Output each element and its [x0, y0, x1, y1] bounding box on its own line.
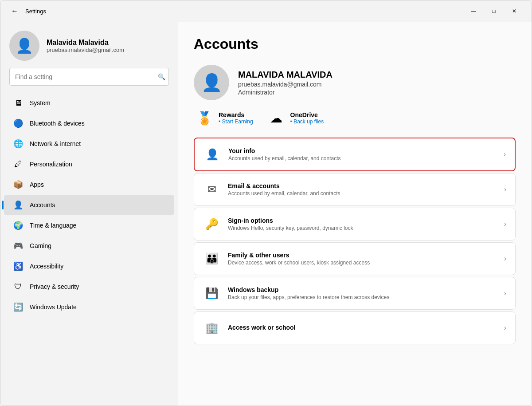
family-users-desc: Device access, work or school users, kio… — [228, 260, 504, 266]
settings-item-access-work-school[interactable]: 🏢Access work or school› — [194, 311, 516, 344]
user-email: pruebas.malavida@gmail.com — [47, 47, 124, 53]
avatar: 👤 — [9, 31, 39, 61]
sidebar: 👤 Malavida Malavida pruebas.malavida@gma… — [0, 22, 178, 406]
page-title: Accounts — [194, 36, 516, 52]
windows-backup-icon: 💾 — [203, 284, 221, 302]
sidebar-item-label-system: System — [30, 99, 51, 106]
access-work-school-title: Access work or school — [228, 324, 504, 331]
minimize-button[interactable]: — — [463, 4, 484, 18]
rewards-title: Rewards — [219, 111, 253, 118]
sidebar-item-gaming[interactable]: 🎮Gaming — [4, 236, 174, 256]
sidebar-item-accessibility[interactable]: ♿Accessibility — [4, 256, 174, 276]
search-box: 🔍 — [9, 68, 169, 86]
sidebar-item-label-personalization: Personalization — [30, 161, 72, 168]
close-button[interactable]: ✕ — [504, 4, 524, 18]
your-info-icon: 👤 — [203, 146, 221, 163]
privacy-nav-icon: 🛡 — [13, 281, 23, 292]
sidebar-item-update[interactable]: 🔄Windows Update — [4, 297, 174, 317]
window-controls: — □ ✕ — [463, 4, 524, 18]
services-row: 🏅RewardsStart Earning☁OneDriveBack up fi… — [196, 109, 516, 127]
sidebar-item-label-privacy: Privacy & security — [30, 283, 79, 290]
signin-options-title: Sign-in options — [228, 217, 504, 224]
access-work-school-icon: 🏢 — [203, 319, 221, 337]
user-icon: 👤 — [16, 37, 33, 54]
account-role: Administrator — [238, 89, 332, 96]
settings-item-signin-options[interactable]: 🔑Sign-in optionsWindows Hello, security … — [194, 208, 516, 240]
titlebar: ← Settings — □ ✕ — [0, 0, 532, 22]
sidebar-item-label-update: Windows Update — [30, 304, 77, 311]
sidebar-item-bluetooth[interactable]: 🔵Bluetooth & devices — [4, 114, 174, 133]
family-users-title: Family & other users — [228, 252, 504, 259]
user-info: Malavida Malavida pruebas.malavida@gmail… — [47, 39, 124, 53]
sidebar-item-label-accessibility: Accessibility — [30, 263, 63, 270]
email-accounts-icon: ✉ — [203, 181, 221, 198]
rewards-icon: 🏅 — [196, 109, 213, 127]
windows-backup-chevron-icon: › — [504, 289, 506, 297]
service-rewards[interactable]: 🏅RewardsStart Earning — [196, 109, 253, 127]
onedrive-subtitle: Back up files — [290, 118, 324, 125]
accounts-nav-icon: 👤 — [13, 200, 23, 210]
service-onedrive[interactable]: ☁OneDriveBack up files — [267, 109, 324, 127]
personalization-nav-icon: 🖊 — [13, 159, 23, 169]
your-info-desc: Accounts used by email, calendar, and co… — [228, 155, 504, 162]
sidebar-item-time[interactable]: 🌍Time & language — [4, 216, 174, 235]
family-users-icon: 👪 — [203, 250, 221, 268]
settings-list: 👤Your infoAccounts used by email, calend… — [194, 138, 516, 346]
account-avatar: 👤 — [194, 65, 229, 100]
account-name: MALAVIDA MALAVIDA — [238, 70, 332, 80]
sidebar-item-accounts[interactable]: 👤Accounts — [4, 195, 174, 215]
search-input[interactable] — [9, 68, 169, 86]
signin-options-text: Sign-in optionsWindows Hello, security k… — [228, 217, 504, 231]
email-accounts-desc: Accounts used by email, calendar, and co… — [228, 190, 504, 197]
back-button[interactable]: ← — [8, 4, 22, 18]
sidebar-item-label-time: Time & language — [30, 222, 76, 229]
windows-backup-text: Windows backupBack up your files, apps, … — [228, 286, 504, 300]
signin-options-chevron-icon: › — [504, 220, 506, 228]
window-title: Settings — [25, 8, 46, 15]
family-users-text: Family & other usersDevice access, work … — [228, 252, 504, 266]
email-accounts-title: Email & accounts — [228, 182, 504, 189]
sidebar-item-network[interactable]: 🌐Network & internet — [4, 134, 174, 154]
account-email: pruebas.malavida@gmail.com — [238, 81, 332, 88]
sidebar-item-privacy[interactable]: 🛡Privacy & security — [4, 277, 174, 296]
settings-item-family-users[interactable]: 👪Family & other usersDevice access, work… — [194, 242, 516, 275]
onedrive-icon: ☁ — [267, 109, 285, 127]
rewards-subtitle: Start Earning — [219, 118, 253, 125]
bluetooth-nav-icon: 🔵 — [13, 118, 23, 129]
family-users-chevron-icon: › — [504, 255, 506, 263]
access-work-school-chevron-icon: › — [504, 324, 506, 332]
sidebar-item-label-accounts: Accounts — [30, 201, 55, 209]
user-profile: 👤 Malavida Malavida pruebas.malavida@gma… — [0, 22, 178, 68]
update-nav-icon: 🔄 — [13, 302, 23, 312]
settings-item-your-info[interactable]: 👤Your infoAccounts used by email, calend… — [194, 138, 516, 171]
your-info-text: Your infoAccounts used by email, calenda… — [228, 147, 504, 162]
main-area: 👤 Malavida Malavida pruebas.malavida@gma… — [0, 22, 532, 406]
your-info-chevron-icon: › — [504, 150, 506, 158]
user-name: Malavida Malavida — [47, 39, 124, 47]
sidebar-item-apps[interactable]: 📦Apps — [4, 175, 174, 194]
sidebar-item-system[interactable]: 🖥System — [4, 93, 174, 113]
settings-window: ← Settings — □ ✕ 👤 Malavida Malavida pru… — [0, 0, 532, 406]
email-accounts-chevron-icon: › — [504, 185, 506, 193]
signin-options-icon: 🔑 — [203, 215, 221, 233]
rewards-text: RewardsStart Earning — [219, 111, 253, 125]
windows-backup-title: Windows backup — [228, 286, 504, 293]
settings-item-windows-backup[interactable]: 💾Windows backupBack up your files, apps,… — [194, 277, 516, 310]
sidebar-item-label-bluetooth: Bluetooth & devices — [30, 120, 85, 127]
sidebar-item-personalization[interactable]: 🖊Personalization — [4, 154, 174, 174]
account-card: 👤 MALAVIDA MALAVIDA pruebas.malavida@gma… — [194, 65, 516, 100]
onedrive-text: OneDriveBack up files — [290, 111, 324, 125]
email-accounts-text: Email & accountsAccounts used by email, … — [228, 182, 504, 197]
search-icon-button[interactable]: 🔍 — [158, 73, 165, 80]
maximize-button[interactable]: □ — [484, 4, 504, 18]
sidebar-item-label-gaming: Gaming — [30, 242, 51, 249]
content-area: Accounts 👤 MALAVIDA MALAVIDA pruebas.mal… — [178, 22, 532, 406]
your-info-title: Your info — [228, 147, 504, 154]
sidebar-item-label-apps: Apps — [30, 181, 44, 188]
time-nav-icon: 🌍 — [13, 220, 23, 231]
account-icon: 👤 — [201, 73, 222, 92]
apps-nav-icon: 📦 — [13, 179, 23, 190]
accessibility-nav-icon: ♿ — [13, 261, 23, 272]
access-work-school-text: Access work or school — [228, 324, 504, 332]
settings-item-email-accounts[interactable]: ✉Email & accountsAccounts used by email,… — [194, 173, 516, 206]
